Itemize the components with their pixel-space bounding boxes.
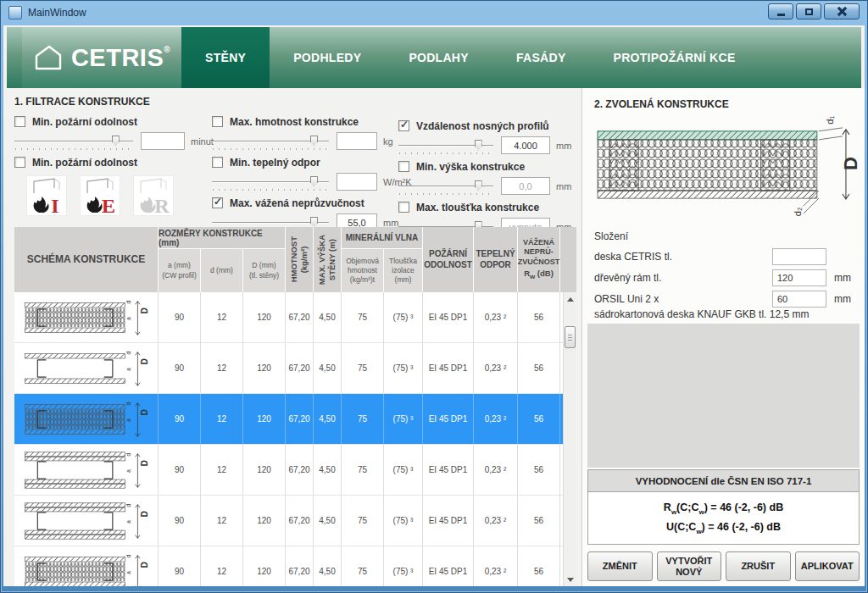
action-button-aplikovat[interactable]: APLIKOVAT	[795, 551, 860, 581]
table-cell: 12	[201, 394, 243, 444]
filter-checkbox[interactable]	[398, 161, 409, 172]
construction-table: SCHÉMA KONSTRUKCE ROZMĚRY KONSTRUKCE (mm…	[14, 227, 576, 586]
table-cell: (75) ³	[384, 496, 423, 546]
filter-value-input[interactable]	[501, 177, 550, 195]
svg-text:a: a	[125, 316, 131, 319]
composition-title: Složení	[594, 230, 628, 242]
registered-mark: ®	[164, 45, 170, 54]
maximize-button[interactable]	[796, 3, 821, 19]
action-button-zru-it[interactable]: ZRUŠIT	[726, 551, 791, 581]
filter-slider[interactable]	[398, 178, 493, 195]
nav-tab-podhledy[interactable]: PODHLEDY	[270, 27, 385, 88]
table-cell: 0,23 ²	[474, 546, 518, 586]
nav-tab-fas-dy[interactable]: FASÁDY	[492, 27, 590, 88]
table-cell: 4,50	[314, 445, 342, 495]
filter-checkbox[interactable]	[212, 197, 223, 208]
table-cell: 67,20	[286, 445, 314, 495]
table-cell: 67,20	[286, 343, 314, 393]
column-header-vyska: MAX. VÝŠKA STĚNY (m)	[314, 227, 342, 292]
slider-thumb[interactable]	[475, 180, 482, 191]
slider-thumb[interactable]	[310, 176, 318, 187]
svg-text:d: d	[125, 300, 131, 303]
fire-resistance-r-button[interactable]: R	[133, 175, 174, 216]
filter-value-input[interactable]	[337, 173, 377, 191]
table-cell: 120	[243, 445, 286, 495]
filter-checkbox[interactable]	[398, 120, 409, 131]
table-row[interactable]: d a D901212067,204,5075(75) ³EI 45 DP10,…	[14, 546, 563, 586]
table-cell: 56	[518, 292, 560, 342]
minimize-button[interactable]	[768, 3, 793, 19]
diagram-label-d1: d₁	[825, 116, 835, 125]
svg-text:D: D	[140, 460, 149, 466]
table-cell: 12	[201, 445, 243, 495]
slider-thumb[interactable]	[475, 140, 482, 151]
table-row[interactable]: d a D901212067,204,5075(75) ³EI 45 DP10,…	[14, 394, 563, 445]
table-cell: 0,23 ²	[474, 343, 518, 393]
fire-criteria-buttons: I E R	[26, 175, 208, 216]
filter-value-input[interactable]	[141, 132, 185, 150]
filter-unit-label: mm	[556, 141, 571, 151]
construction-schematic: d a D	[14, 445, 159, 495]
table-cell: 0,23 ²	[474, 445, 518, 495]
rw-unit-label: Rw (dB)	[524, 269, 554, 281]
filter-value-input[interactable]	[337, 132, 377, 150]
filter-section-title: 1. FILTRACE KONSTRUKCE	[14, 96, 150, 108]
composition-value-input[interactable]	[772, 248, 826, 265]
filter-slider[interactable]	[398, 137, 493, 154]
table-cell: 67,20	[286, 546, 314, 586]
filter-checkbox[interactable]	[212, 157, 223, 168]
filter-label: Max. hmotnost konstrukce	[230, 116, 359, 128]
table-cell: 56	[518, 394, 560, 444]
table-cell: 75	[342, 496, 384, 546]
nav-tab-protipo-rn-kce[interactable]: PROTIPOŽÁRNÍ KCE	[590, 27, 760, 88]
slider-thumb[interactable]	[310, 217, 318, 228]
svg-text:D: D	[140, 358, 149, 364]
slider-thumb[interactable]	[310, 136, 318, 147]
composition-row: deska CETRIS tl.	[594, 246, 858, 267]
construction-diagram: d₁ d₂ D	[594, 115, 858, 224]
filter-checkbox[interactable]	[398, 202, 409, 213]
filter-unit-label: mm	[556, 181, 571, 191]
scroll-down-icon	[567, 578, 574, 582]
table-cell: EI 45 DP1	[423, 496, 474, 546]
svg-text:d: d	[125, 452, 131, 456]
composition-value-input[interactable]	[772, 269, 826, 286]
nav-tab-podlahy[interactable]: PODLAHY	[385, 27, 492, 88]
construction-schematic: d a D	[14, 343, 159, 393]
slider-thumb[interactable]	[112, 136, 120, 147]
selected-construction-panel: 2. ZVOLENÁ KONSTRUKCE d₁ d₂ D	[581, 88, 865, 586]
composition-value-input[interactable]	[772, 291, 826, 308]
filter-checkbox[interactable]	[14, 116, 25, 127]
table-row[interactable]: d a D901212067,204,5075(75) ³EI 45 DP10,…	[14, 496, 563, 546]
construction-schematic: d a D	[14, 292, 159, 342]
composition-note: sádrokartonová deska KNAUF GKB tl. 12,5 …	[594, 308, 809, 320]
column-group-vlna: MINERÁLNÍ VLNA Objemová hmotnost (kg/m³)…	[342, 227, 423, 292]
scrollbar-thumb[interactable]	[565, 326, 576, 348]
close-button[interactable]	[824, 3, 860, 19]
action-button-zm-nit[interactable]: ZMĚNIT	[587, 551, 653, 581]
nav-tab-st-ny[interactable]: STĚNY	[181, 27, 270, 88]
table-body: d a D901212067,204,5075(75) ³EI 45 DP10,…	[14, 292, 563, 586]
scroll-up-button[interactable]	[564, 292, 576, 306]
table-cell: 12	[201, 292, 243, 342]
filter-slider[interactable]	[212, 133, 329, 150]
fire-resistance-e-button[interactable]: E	[80, 175, 120, 216]
construction-schematic: d a D	[14, 394, 159, 444]
table-row[interactable]: d a D901212067,204,5075(75) ³EI 45 DP10,…	[14, 292, 563, 343]
filter-checkbox[interactable]	[212, 116, 223, 127]
svg-text:E: E	[102, 195, 115, 214]
filter-value-input[interactable]	[501, 136, 550, 154]
table-row[interactable]: d a D901212067,204,5075(75) ³EI 45 DP10,…	[14, 445, 563, 496]
table-scrollbar[interactable]	[563, 292, 576, 586]
scroll-down-button[interactable]	[564, 573, 576, 586]
fire-resistance-i-button[interactable]: I	[26, 175, 67, 216]
minimize-icon	[777, 14, 785, 16]
filter-slider[interactable]	[212, 174, 329, 191]
filter-group: Max. hmotnost konstrukce kg	[212, 115, 397, 151]
filter-slider[interactable]	[14, 133, 133, 150]
svg-text:d: d	[125, 402, 131, 405]
table-row[interactable]: d a D901212067,204,5075(75) ³EI 45 DP10,…	[14, 343, 563, 394]
action-button-vytvo-it-nov[interactable]: VYTVOŘIT NOVÝ	[657, 551, 722, 581]
title-bar: MainWindow	[0, 0, 868, 25]
filter-checkbox-fire-type[interactable]	[14, 157, 25, 168]
